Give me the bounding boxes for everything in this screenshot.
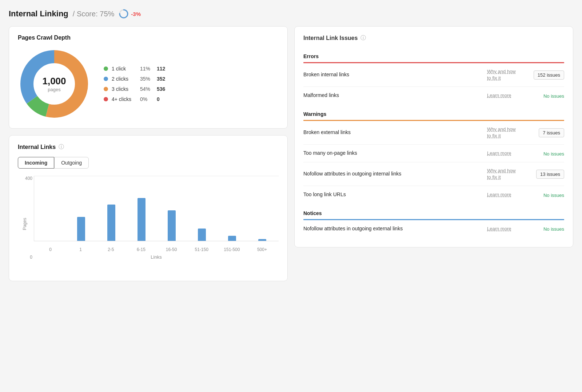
legend-pct-1click: 11% <box>140 66 153 72</box>
bar-1 <box>77 217 85 241</box>
legend-label-4clicks: 4+ clicks <box>112 96 136 102</box>
warnings-header: Warnings <box>303 111 326 120</box>
issues-card: Internal Link Issues ⓘ Errors Broken int… <box>294 26 573 247</box>
bar-2-5 <box>107 205 115 241</box>
x-axis-title: Links <box>34 254 279 260</box>
issue-row-nofollow-external: Nofollow attributes in outgoing external… <box>303 220 564 238</box>
chart-area: 0 1 2-5 6-15 16-50 51-150 151-500 500+ <box>34 176 279 241</box>
page-title: Internal Linking <box>9 9 68 19</box>
issue-link-broken-internal[interactable]: Why and howto fix it <box>487 68 527 81</box>
donut-legend: 1 click 11% 112 2 clicks 35% 352 3 click… <box>104 66 165 102</box>
issue-name-too-many: Too many on-page links <box>303 150 483 157</box>
issue-name-nofollow-internal: Nofollow attributes in outgoing internal… <box>303 170 483 178</box>
badge-box-broken-internal[interactable]: 152 issues <box>534 70 564 80</box>
x-label-500plus: 500+ <box>247 247 277 252</box>
notices-section: Notices Nofollow attributes in outgoing … <box>303 205 564 238</box>
bar-500plus <box>258 239 266 241</box>
errors-label-row: Errors <box>303 48 564 62</box>
bar-group-6-15 <box>126 198 156 241</box>
issues-title-row: Internal Link Issues ⓘ <box>303 35 564 41</box>
issue-name-broken-external: Broken external links <box>303 129 483 136</box>
donut-chart: 1,000 pages <box>18 48 91 120</box>
x-label-151-500: 151-500 <box>217 247 247 252</box>
y-label-400: 400 <box>25 176 32 181</box>
bar-group-500plus <box>247 239 277 241</box>
main-layout: Pages Crawl Depth <box>9 26 573 281</box>
internal-links-title-row: Internal Links ⓘ <box>18 144 279 150</box>
x-label-2-5: 2-5 <box>96 247 126 252</box>
legend-label-1click: 1 click <box>112 66 136 72</box>
errors-header: Errors <box>303 53 319 62</box>
x-axis-labels: 0 1 2-5 6-15 16-50 51-150 151-500 500+ <box>34 247 279 252</box>
legend-pct-2clicks: 35% <box>140 76 153 82</box>
bars-wrapper <box>34 176 279 241</box>
warnings-section: Warnings Broken external links Why and h… <box>303 106 564 203</box>
legend-count-3clicks: 536 <box>157 86 165 92</box>
issue-name-nofollow-external: Nofollow attributes in outgoing external… <box>303 225 483 233</box>
issue-link-long-urls[interactable]: Learn more <box>487 191 527 198</box>
issue-badge-nofollow-internal: 13 issues <box>531 170 564 179</box>
issue-badge-nofollow-external: No issues <box>531 226 564 232</box>
tab-outgoing[interactable]: Outgoing <box>54 157 89 169</box>
legend-dot-2clicks <box>104 77 108 81</box>
y-label-0: 0 <box>30 255 32 260</box>
crawl-depth-title: Pages Crawl Depth <box>18 35 279 41</box>
bar-group-1 <box>66 217 96 241</box>
issue-badge-too-many: No issues <box>531 150 564 157</box>
x-label-16-50: 16-50 <box>156 247 187 252</box>
issue-link-nofollow-external[interactable]: Learn more <box>487 226 527 232</box>
internal-links-title: Internal Links <box>18 144 56 150</box>
donut-center: 1,000 pages <box>42 76 66 92</box>
score-circle-wrapper: -3% <box>119 9 141 19</box>
issue-badge-broken-internal: 152 issues <box>531 70 564 80</box>
bar-151-500 <box>228 236 236 241</box>
issue-badge-malformed: No issues <box>531 93 564 99</box>
donut-total: 1,000 <box>42 76 66 87</box>
badge-box-broken-external[interactable]: 7 issues <box>539 128 564 137</box>
legend-dot-1click <box>104 66 108 71</box>
legend-dot-4clicks <box>104 97 108 101</box>
no-issues-malformed: No issues <box>543 93 564 99</box>
issue-name-malformed: Malformed links <box>303 92 483 99</box>
no-issues-too-many: No issues <box>543 151 564 157</box>
bar-16-50 <box>168 210 176 241</box>
donut-section: 1,000 pages 1 click 11% 112 2 clicks <box>18 48 279 120</box>
issue-badge-long-urls: No issues <box>531 192 564 198</box>
x-label-1: 1 <box>65 247 96 252</box>
issue-link-malformed[interactable]: Learn more <box>487 92 527 99</box>
issue-link-nofollow-internal[interactable]: Why and howto fix it <box>487 167 527 181</box>
donut-label: pages <box>42 87 66 92</box>
issue-row-malformed: Malformed links Learn more No issues <box>303 87 564 104</box>
x-label-0: 0 <box>35 247 65 252</box>
legend-item-2clicks: 2 clicks 35% 352 <box>104 76 165 82</box>
issue-row-broken-internal: Broken internal links Why and howto fix … <box>303 63 564 87</box>
issue-link-too-many[interactable]: Learn more <box>487 150 527 157</box>
issue-row-long-urls: Too long link URLs Learn more No issues <box>303 186 564 203</box>
page-header: Internal Linking / Score: 75% -3% <box>9 9 573 19</box>
internal-links-card: Internal Links ⓘ Incoming Outgoing Pages… <box>9 135 288 281</box>
x-label-6-15: 6-15 <box>126 247 156 252</box>
info-icon: ⓘ <box>59 144 64 150</box>
tab-incoming[interactable]: Incoming <box>18 157 54 169</box>
legend-count-2clicks: 352 <box>157 76 165 82</box>
legend-count-4clicks: 0 <box>157 96 160 102</box>
badge-box-nofollow-internal[interactable]: 13 issues <box>536 170 564 179</box>
score-change: -3% <box>131 11 141 17</box>
score-ring-icon <box>119 9 129 19</box>
warnings-label-row: Warnings <box>303 106 564 120</box>
legend-pct-4clicks: 0% <box>140 96 153 102</box>
issues-info-icon: ⓘ <box>360 35 366 41</box>
legend-label-3clicks: 3 clicks <box>112 86 136 92</box>
notices-label-row: Notices <box>303 205 564 219</box>
bar-group-16-50 <box>156 210 187 241</box>
legend-dot-3clicks <box>104 87 108 91</box>
issue-row-broken-external: Broken external links Why and howto fix … <box>303 121 564 145</box>
no-issues-nofollow-external: No issues <box>543 226 564 232</box>
bar-group-151-500 <box>217 236 247 241</box>
issue-link-broken-external[interactable]: Why and howto fix it <box>487 126 527 139</box>
legend-item-4clicks: 4+ clicks 0% 0 <box>104 96 165 102</box>
bar-chart-container: Pages 400 0 <box>18 176 279 273</box>
notices-header: Notices <box>303 210 322 219</box>
issue-name-broken-internal: Broken internal links <box>303 71 483 78</box>
legend-item-1click: 1 click 11% 112 <box>104 66 165 72</box>
